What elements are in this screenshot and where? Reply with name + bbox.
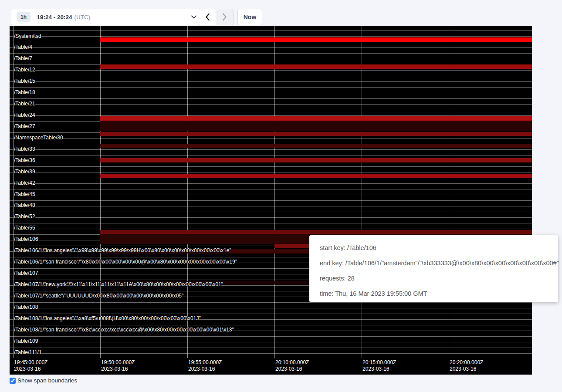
show-span-boundaries-checkbox[interactable]: [10, 378, 16, 384]
key-range-label: /Table/27: [14, 124, 35, 129]
tooltip-time: time: Thu, 16 Mar 2023 19:55:00 GMT: [320, 290, 558, 297]
key-range-label: /Table/107/1/"seattle"/"UUUUUUD\x00\x80\…: [14, 293, 183, 299]
tooltip-end-key: end key: /Table/106/1/"amsterdam"/"\xb33…: [320, 260, 558, 267]
span-boundary-line: [10, 314, 532, 314]
key-range-label: /Table/12: [14, 67, 35, 73]
span-boundary-line: [10, 87, 532, 88]
tooltip-requests: requests: 28: [320, 275, 558, 282]
span-boundary-line: [10, 30, 532, 31]
key-range-label: /Table/48: [14, 203, 35, 208]
next-interval-button[interactable]: [216, 9, 234, 25]
heat-band: [100, 64, 532, 69]
span-boundary-line: [10, 348, 532, 348]
span-boundary-line: [10, 104, 532, 105]
key-range-label: /Table/18: [14, 90, 35, 95]
span-boundary-line: [10, 76, 532, 76]
key-range-label: /Table/107: [14, 270, 38, 276]
span-boundary-line: [10, 183, 532, 184]
key-range-label: /Table/45: [14, 192, 35, 197]
key-range-label: /Table/108/1/"san francisco"/"\x8c\xcc\x…: [14, 327, 234, 333]
key-range-label: /Table/24: [14, 112, 35, 118]
span-boundary-line: [10, 53, 532, 54]
key-range-label: /Table/107/1/"new york"/"\x11\x11\x11\x1…: [14, 282, 223, 287]
heat-band: [100, 230, 532, 234]
heat-band: [100, 37, 532, 42]
span-boundary-line: [10, 110, 532, 110]
x-axis-tick: 19:45:00.000Z2023-03-16: [14, 359, 47, 372]
time-range-selector[interactable]: 1h 19:24 - 20:24 (UTC): [11, 9, 202, 25]
key-range-label: /Table/106: [14, 237, 38, 242]
key-range-label: /Table/106/1/"san francisco"/"\x80\x00\x…: [14, 259, 237, 265]
span-boundary-line: [10, 166, 532, 167]
span-boundary-line: [10, 200, 532, 201]
key-range-label: /Table/21: [14, 101, 35, 107]
span-boundary-line: [10, 217, 532, 218]
span-boundary-line: [10, 229, 532, 229]
key-range-label: /NamespaceTable/30: [14, 135, 63, 141]
span-boundary-line: [10, 98, 532, 99]
keyvis-canvas[interactable]: /System/tsd/Table/4/Table/7/Table/12/Tab…: [10, 26, 532, 375]
span-boundary-line: [10, 70, 532, 71]
key-range-label: /Table/111/1: [14, 350, 42, 355]
key-range-label: /Table/106/1/"los angeles"/"\x99\x99\x99…: [14, 248, 231, 253]
time-bucket-line: [362, 26, 362, 358]
span-boundary-line: [10, 115, 532, 116]
key-range-label: /Table/55: [14, 225, 35, 231]
key-range-label: /Table/15: [14, 78, 35, 84]
x-axis-tick: 20:10:00.000Z2023-03-16: [275, 359, 309, 372]
span-boundary-line: [10, 302, 532, 303]
time-nav-buttons: [199, 9, 234, 25]
tooltip-start-key: start key: /Table/106: [320, 244, 558, 251]
x-axis-tick: 20:15:00.000Z2023-03-16: [362, 359, 396, 372]
chevron-right-icon: [222, 13, 227, 21]
heat-band: [100, 121, 532, 132]
key-range-label: /Table/4: [14, 44, 32, 50]
chevron-left-icon: [205, 13, 210, 21]
key-range-label: /Table/109: [14, 338, 38, 344]
timezone-label: (UTC): [74, 14, 90, 20]
key-range-label: /Table/108/1/"los angeles"/"\xa8\xf5\u00…: [14, 316, 201, 321]
show-span-boundaries-label: Show span boundaries: [17, 377, 77, 384]
key-range-label: /Table/52: [14, 214, 35, 220]
span-boundary-line: [10, 206, 532, 206]
span-boundary-line: [10, 172, 532, 172]
chevron-down-icon: [191, 15, 196, 19]
span-boundary-line: [10, 189, 532, 189]
time-bucket-line: [13, 26, 14, 358]
heat-band: [100, 116, 532, 121]
key-range-label: /Table/7: [14, 56, 32, 61]
span-boundaries-control: Show span boundaries: [10, 377, 77, 384]
heat-band: [100, 132, 532, 136]
keyvis-tooltip: start key: /Table/106 end key: /Table/10…: [309, 235, 558, 302]
span-boundary-line: [10, 342, 532, 342]
x-axis-tick: 20:20:00.000Z2023-03-16: [450, 359, 483, 372]
span-boundary-line: [10, 149, 532, 150]
time-bucket-line: [449, 26, 449, 358]
key-range-label: /Table/39: [14, 169, 35, 175]
time-preset-badge: 1h: [17, 12, 30, 22]
span-boundary-line: [10, 81, 532, 82]
span-boundary-line: [10, 336, 532, 337]
time-bucket-line: [100, 26, 101, 358]
key-range-label: /Table/108: [14, 304, 38, 310]
time-bucket-line: [274, 26, 275, 358]
key-range-label: /Table/33: [14, 146, 35, 152]
key-range-label: /Table/42: [14, 180, 35, 186]
previous-interval-button[interactable]: [199, 9, 216, 25]
heat-band: [100, 158, 532, 162]
key-range-label: /System/tsd: [14, 34, 41, 39]
now-button[interactable]: Now: [237, 9, 262, 25]
span-boundary-line: [10, 353, 532, 354]
x-axis-tick: 19:55:00.000Z2023-03-16: [188, 359, 222, 372]
x-axis-tick: 19:50:00.000Z2023-03-16: [101, 359, 135, 372]
span-boundary-line: [10, 195, 532, 195]
span-boundary-line: [10, 47, 532, 48]
span-boundary-line: [10, 59, 532, 59]
time-range-label: 19:24 - 20:24: [37, 14, 72, 20]
span-boundary-line: [10, 223, 532, 223]
span-boundary-line: [10, 36, 532, 37]
span-boundary-line: [10, 93, 532, 93]
span-boundary-line: [10, 325, 532, 325]
span-boundary-line: [10, 138, 532, 139]
time-bucket-line: [187, 26, 188, 358]
